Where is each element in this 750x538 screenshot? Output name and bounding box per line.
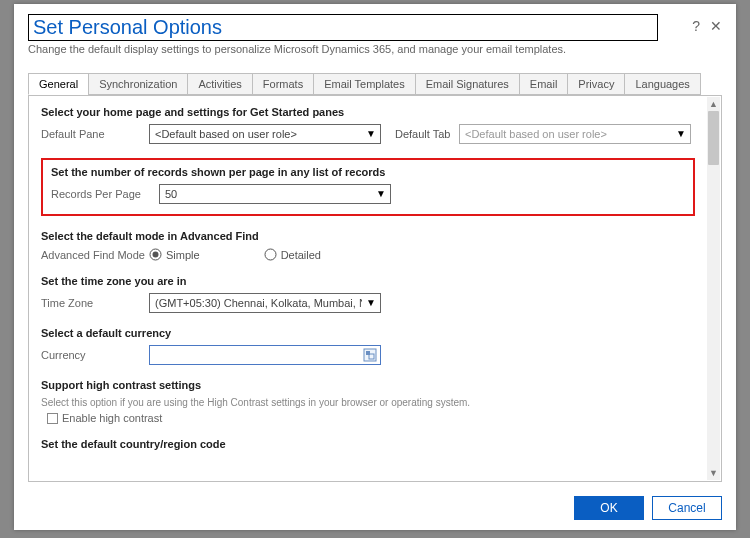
records-per-page-label: Records Per Page bbox=[51, 188, 159, 200]
default-tab-select[interactable]: <Default based on user role> ▼ bbox=[459, 124, 691, 144]
tab-formats[interactable]: Formats bbox=[252, 73, 314, 95]
vertical-scrollbar[interactable]: ▲ ▼ bbox=[707, 97, 720, 480]
svg-point-2 bbox=[265, 249, 276, 260]
scrollbar-thumb[interactable] bbox=[708, 111, 719, 165]
chevron-down-icon: ▼ bbox=[676, 128, 686, 139]
radio-detailed[interactable]: Detailed bbox=[264, 248, 321, 261]
tab-bar: General Synchronization Activities Forma… bbox=[28, 73, 722, 95]
records-per-page-select[interactable]: 50 ▼ bbox=[159, 184, 391, 204]
section-highcontrast-title: Support high contrast settings bbox=[41, 379, 695, 391]
ok-button[interactable]: OK bbox=[574, 496, 644, 520]
section-advfind-title: Select the default mode in Advanced Find bbox=[41, 230, 695, 242]
tab-general[interactable]: General bbox=[28, 73, 89, 95]
chevron-down-icon: ▼ bbox=[376, 188, 386, 199]
general-tab-content: Select your home page and settings for G… bbox=[29, 96, 707, 481]
checkbox-unchecked-icon bbox=[47, 413, 58, 424]
dialog-footer: OK Cancel bbox=[14, 490, 736, 530]
radio-selected-icon bbox=[149, 248, 162, 261]
currency-lookup-input[interactable] bbox=[149, 345, 381, 365]
currency-label: Currency bbox=[41, 349, 149, 361]
tab-activities[interactable]: Activities bbox=[187, 73, 252, 95]
section-timezone-title: Set the time zone you are in bbox=[41, 275, 695, 287]
svg-point-1 bbox=[153, 252, 159, 258]
personal-options-dialog: Set Personal Options Change the default … bbox=[14, 4, 736, 530]
advanced-find-mode-label: Advanced Find Mode bbox=[41, 249, 149, 261]
radio-simple[interactable]: Simple bbox=[149, 248, 200, 261]
dialog-title: Set Personal Options bbox=[28, 14, 658, 41]
radio-simple-label: Simple bbox=[166, 249, 200, 261]
default-tab-label: Default Tab bbox=[381, 128, 459, 140]
dialog-header: Set Personal Options Change the default … bbox=[14, 4, 736, 61]
default-tab-value: <Default based on user role> bbox=[465, 128, 607, 140]
tab-email[interactable]: Email bbox=[519, 73, 569, 95]
default-pane-value: <Default based on user role> bbox=[155, 128, 297, 140]
section-region-title: Set the default country/region code bbox=[41, 438, 695, 450]
timezone-select[interactable]: (GMT+05:30) Chennai, Kolkata, Mumbai, Ne… bbox=[149, 293, 381, 313]
timezone-value: (GMT+05:30) Chennai, Kolkata, Mumbai, Ne… bbox=[155, 297, 362, 309]
records-per-page-value: 50 bbox=[165, 188, 177, 200]
tab-languages[interactable]: Languages bbox=[624, 73, 700, 95]
content-panel: Select your home page and settings for G… bbox=[28, 95, 722, 482]
dialog-subtitle: Change the default display settings to p… bbox=[28, 43, 722, 55]
default-pane-label: Default Pane bbox=[41, 128, 149, 140]
tab-privacy[interactable]: Privacy bbox=[567, 73, 625, 95]
enable-highcontrast-label: Enable high contrast bbox=[62, 412, 162, 424]
default-pane-select[interactable]: <Default based on user role> ▼ bbox=[149, 124, 381, 144]
section-records-title: Set the number of records shown per page… bbox=[51, 166, 685, 178]
highcontrast-hint: Select this option if you are using the … bbox=[41, 397, 695, 408]
chevron-down-icon: ▼ bbox=[366, 128, 376, 139]
timezone-label: Time Zone bbox=[41, 297, 149, 309]
lookup-icon[interactable] bbox=[361, 347, 378, 363]
section-currency-title: Select a default currency bbox=[41, 327, 695, 339]
chevron-down-icon: ▼ bbox=[366, 297, 376, 308]
cancel-button[interactable]: Cancel bbox=[652, 496, 722, 520]
scroll-up-icon[interactable]: ▲ bbox=[707, 97, 720, 111]
tab-synchronization[interactable]: Synchronization bbox=[88, 73, 188, 95]
radio-unselected-icon bbox=[264, 248, 277, 261]
tab-email-templates[interactable]: Email Templates bbox=[313, 73, 416, 95]
scroll-down-icon[interactable]: ▼ bbox=[707, 466, 720, 480]
section-homepage-title: Select your home page and settings for G… bbox=[41, 106, 695, 118]
close-icon[interactable]: ✕ bbox=[710, 18, 722, 34]
help-icon[interactable]: ? bbox=[692, 18, 700, 34]
enable-highcontrast-checkbox[interactable]: Enable high contrast bbox=[47, 412, 695, 424]
records-per-page-highlight: Set the number of records shown per page… bbox=[41, 158, 695, 216]
tab-email-signatures[interactable]: Email Signatures bbox=[415, 73, 520, 95]
radio-detailed-label: Detailed bbox=[281, 249, 321, 261]
